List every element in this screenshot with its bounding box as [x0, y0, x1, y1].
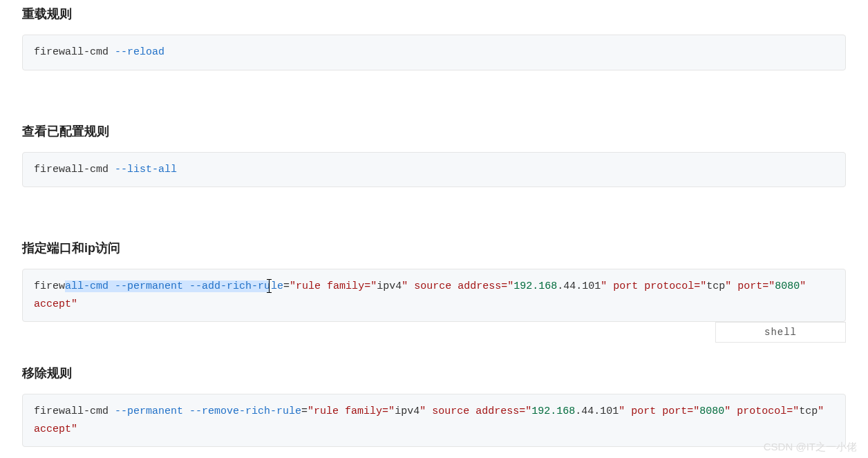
code-token: 8080 [699, 405, 724, 417]
code-token: "rule family=" [308, 405, 395, 417]
code-token: tcp [799, 405, 818, 417]
code-token: ipv4 [377, 280, 402, 292]
code-token: .44.101 [557, 280, 601, 292]
code-token: " protocol=" [724, 405, 799, 417]
code-reload: firewall-cmd --reload [22, 35, 846, 70]
heading-list-rules: 查看已配置规则 [22, 123, 846, 140]
code-token: " port=" [725, 280, 775, 292]
heading-remove-rule: 移除规则 [22, 365, 846, 381]
code-token: firew [34, 280, 65, 292]
code-token: all-cmd --permanent --add-rich-ru [65, 280, 270, 292]
code-token: firewall-cmd [34, 405, 115, 417]
code-token: --reload [115, 46, 164, 58]
heading-specify-port-ip: 指定端口和ip访问 [22, 240, 846, 256]
code-token: " source address=" [402, 280, 513, 292]
code-token: = [301, 405, 308, 417]
code-token: le [271, 280, 283, 292]
code-token: " port port=" [619, 405, 699, 417]
code-add-rule: firewall-cmd --permanent --add-rich-rule… [22, 269, 846, 322]
language-tag: shell [715, 322, 846, 343]
code-token: " port protocol=" [601, 280, 706, 292]
code-block-remove-rule[interactable]: firewall-cmd --permanent --remove-rich-r… [22, 394, 846, 447]
code-token: ipv4 [395, 405, 419, 417]
code-block-list[interactable]: firewall-cmd --list-all [22, 152, 846, 188]
code-token: tcp [706, 280, 725, 292]
code-token: .44.101 [575, 405, 619, 417]
code-token: --list-all [115, 164, 177, 175]
code-block-reload[interactable]: firewall-cmd --reload [22, 35, 846, 70]
code-token: "rule family=" [290, 280, 377, 292]
code-token: 192.168 [513, 280, 557, 292]
code-block-add-rule[interactable]: firewall-cmd --permanent --add-rich-rule… [22, 269, 846, 322]
code-token: 8080 [775, 280, 800, 292]
code-token: = [283, 280, 290, 292]
code-list: firewall-cmd --list-all [22, 152, 846, 188]
code-token: firewall-cmd [34, 46, 115, 58]
heading-reload-rules: 重载规则 [22, 6, 846, 22]
code-token: firewall-cmd [34, 164, 115, 175]
document-content: 重载规则 firewall-cmd --reload 查看已配置规则 firew… [0, 6, 868, 458]
code-token: " source address=" [419, 405, 531, 417]
code-remove-rule: firewall-cmd --permanent --remove-rich-r… [22, 394, 846, 447]
code-token: 192.168 [531, 405, 575, 417]
code-token: --permanent --remove-rich-rule [115, 405, 301, 417]
